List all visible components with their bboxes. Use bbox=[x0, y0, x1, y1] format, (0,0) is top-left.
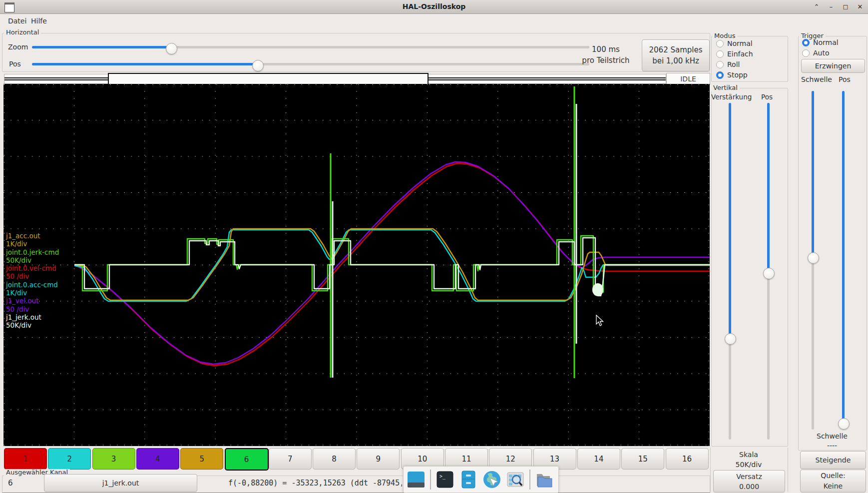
trigger-pos-col-label: Pos bbox=[839, 75, 851, 83]
trigger-level-slider-handle[interactable] bbox=[808, 252, 819, 264]
radio-label: Roll bbox=[727, 60, 740, 68]
scale-readout: Skala 50K/div bbox=[710, 450, 787, 470]
hpos-slider-fill bbox=[32, 63, 257, 65]
scope-channel-labels: j1_acc.out1K/divjoint.0.jerk-cmd50K/divj… bbox=[6, 232, 59, 330]
display-icon[interactable] bbox=[407, 470, 426, 489]
scope-label: j1_jerk.out bbox=[6, 313, 59, 321]
radio-label: Stopp bbox=[727, 71, 748, 79]
svg-text:>_: >_ bbox=[439, 474, 446, 480]
vertikal-pos-slider-handle[interactable] bbox=[763, 268, 775, 279]
time-per-div: 100 ms pro Teilstrich bbox=[575, 44, 636, 66]
vertikal-gain-slider-handle[interactable] bbox=[725, 333, 736, 345]
radio-icon[interactable] bbox=[802, 39, 810, 46]
trigger-level-slider-fill bbox=[812, 91, 814, 257]
channel-button-7[interactable]: 7 bbox=[269, 448, 312, 470]
taskbar-separator bbox=[430, 470, 431, 490]
modus-group-label: Modus bbox=[712, 32, 737, 39]
scope-label: 50 /div bbox=[6, 305, 59, 313]
minimize-button[interactable]: – bbox=[827, 3, 835, 10]
channel-button-8[interactable]: 8 bbox=[313, 448, 356, 470]
file-manager-icon[interactable] bbox=[535, 470, 554, 489]
trigger-level-col-label: Schwelle bbox=[801, 75, 832, 83]
samples-button[interactable]: 2062 Samples bei 1,00 kHz bbox=[642, 39, 710, 71]
trigger-source-button[interactable]: Quelle: Keine bbox=[800, 470, 866, 493]
channel-button-2[interactable]: 2 bbox=[48, 448, 91, 470]
channel-button-1[interactable]: 1 bbox=[4, 448, 47, 470]
channel-button-4[interactable]: 4 bbox=[136, 448, 179, 470]
trigger-level-value: ---- bbox=[798, 442, 866, 450]
terminal-icon[interactable]: >_ bbox=[435, 470, 454, 489]
horizontal-group-label: Horizontal bbox=[4, 29, 41, 36]
modus-radio-einfach[interactable]: Einfach bbox=[716, 50, 753, 58]
zoom-slider-label: Zoom bbox=[8, 43, 28, 51]
cursor-readout: f(-0,88200) = -35323,15263 (ddt -87945,4… bbox=[228, 479, 402, 488]
scope-label: joint.0.vel-cmd bbox=[6, 264, 59, 272]
web-browser-icon[interactable] bbox=[482, 470, 501, 489]
scope-display: j1_acc.out1K/divjoint.0.jerk-cmd50K/divj… bbox=[3, 84, 710, 446]
trigger-force-button[interactable]: Erzwingen bbox=[801, 59, 865, 73]
scope-label: joint.0.jerk-cmd bbox=[6, 248, 59, 256]
vertikal-group-label: Vertikal bbox=[711, 84, 740, 91]
scope-label: 1K/div bbox=[6, 240, 59, 248]
radio-icon[interactable] bbox=[716, 71, 724, 79]
screenshot-tool-icon[interactable] bbox=[506, 470, 525, 489]
trigger-radio-auto[interactable]: Auto bbox=[802, 49, 830, 57]
channel-button-5[interactable]: 5 bbox=[180, 448, 223, 470]
window-controls: ⌃ – ◻ ✕ bbox=[813, 0, 864, 13]
channel-button-6[interactable]: 6 bbox=[225, 448, 269, 471]
zoom-slider-handle[interactable] bbox=[166, 43, 177, 54]
channel-button-9[interactable]: 9 bbox=[357, 448, 400, 470]
title-bar: HAL-Oszilloskop ⌃ – ◻ ✕ bbox=[0, 0, 868, 14]
trigger-radio-normal[interactable]: Normal bbox=[802, 38, 839, 46]
channel-button-14[interactable]: 14 bbox=[577, 448, 620, 470]
radio-icon[interactable] bbox=[716, 40, 724, 47]
trigger-pos-slider-fill bbox=[842, 91, 845, 423]
scope-label: 50K/div bbox=[6, 321, 59, 329]
vertikal-gain-label: Verstärkung bbox=[711, 93, 752, 101]
taskbar: >_ bbox=[403, 466, 559, 493]
menu-datei[interactable]: Datei bbox=[5, 16, 29, 26]
channel-button-15[interactable]: 15 bbox=[621, 448, 664, 470]
channel-button-16[interactable]: 16 bbox=[666, 448, 709, 470]
scope-label: 1K/div bbox=[6, 289, 59, 297]
scope-label: 50K/div bbox=[6, 256, 59, 264]
trigger-level-label: Schwelle bbox=[798, 432, 866, 440]
hpos-slider-label: Pos bbox=[9, 60, 21, 68]
vertikal-group bbox=[711, 88, 788, 447]
taskbar-separator bbox=[529, 470, 530, 490]
scope-label: j1_acc.out bbox=[6, 232, 59, 240]
channel-button-3[interactable]: 3 bbox=[92, 448, 135, 470]
modus-radio-roll[interactable]: Roll bbox=[716, 60, 740, 68]
radio-icon[interactable] bbox=[716, 61, 724, 68]
selected-channel-number: 6 bbox=[8, 479, 13, 488]
trigger-edge-button[interactable]: Steigende bbox=[800, 451, 866, 469]
scope-label: joint.0.acc-cmd bbox=[6, 281, 59, 289]
radio-label: Auto bbox=[813, 49, 830, 57]
scope-label: j1_vel.out bbox=[6, 297, 59, 305]
modus-radio-normal[interactable]: Normal bbox=[716, 39, 753, 47]
radio-label: Einfach bbox=[727, 50, 753, 58]
maximize-button[interactable]: ◻ bbox=[842, 3, 850, 10]
trigger-group bbox=[798, 36, 867, 451]
trigger-pos-slider-handle[interactable] bbox=[838, 418, 850, 430]
shade-button[interactable]: ⌃ bbox=[813, 3, 821, 10]
offset-button[interactable]: Versatz 0.000 bbox=[713, 470, 785, 493]
menu-hilfe[interactable]: Hilfe bbox=[28, 16, 50, 26]
window-title: HAL-Oszilloskop bbox=[0, 2, 868, 10]
vertikal-gain-slider-fill bbox=[729, 103, 731, 338]
scope-label: 50 /div bbox=[6, 272, 59, 280]
close-button[interactable]: ✕ bbox=[856, 3, 864, 10]
radio-icon[interactable] bbox=[716, 50, 724, 58]
zoom-slider-fill bbox=[32, 46, 171, 48]
hpos-slider-handle[interactable] bbox=[252, 60, 264, 71]
acquisition-state: IDLE bbox=[666, 73, 710, 85]
radio-label: Normal bbox=[813, 38, 839, 46]
radio-icon[interactable] bbox=[802, 49, 810, 57]
vertikal-pos-slider-fill bbox=[767, 103, 770, 273]
radio-label: Normal bbox=[727, 39, 753, 47]
menu-bar: Datei Hilfe bbox=[0, 14, 868, 27]
modus-radio-stopp[interactable]: Stopp bbox=[716, 71, 748, 79]
vertikal-pos-label: Pos bbox=[761, 93, 773, 101]
selected-channel-name-button[interactable]: j1_jerk.out bbox=[44, 474, 197, 492]
file-cabinet-icon[interactable] bbox=[459, 470, 478, 489]
